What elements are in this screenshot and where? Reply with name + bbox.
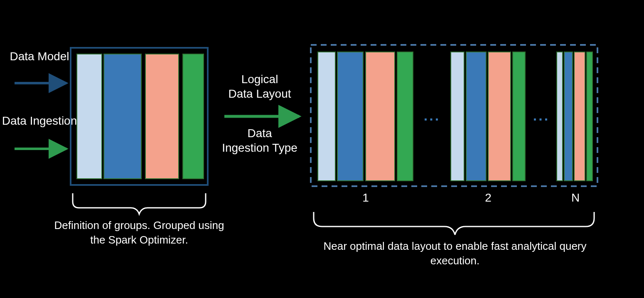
svg-rect-2 xyxy=(337,52,363,181)
data-model-box xyxy=(71,48,208,185)
ellipsis-2: ... xyxy=(533,108,550,123)
diagram-root: Data Model Data Ingestion Definition of … xyxy=(0,0,644,298)
bar-salmon xyxy=(145,54,179,179)
data-model-label: Data Model xyxy=(10,50,69,63)
group-1-number: 1 xyxy=(362,191,369,204)
svg-rect-10 xyxy=(564,52,573,181)
svg-rect-6 xyxy=(466,52,486,181)
svg-rect-5 xyxy=(451,52,464,181)
data-ingestion-label: Data Ingestion xyxy=(2,114,77,127)
group-n xyxy=(557,52,592,181)
svg-rect-1 xyxy=(318,52,335,181)
svg-rect-9 xyxy=(557,52,563,181)
group-2 xyxy=(451,52,525,181)
svg-rect-11 xyxy=(574,52,585,181)
bar-lightblue xyxy=(77,54,102,179)
svg-rect-4 xyxy=(397,52,413,181)
ellipsis-1: ... xyxy=(424,108,440,123)
group-2-number: 2 xyxy=(485,191,492,204)
ingestion-type-label-line1: Data xyxy=(247,127,272,140)
model-bracket-icon xyxy=(73,193,206,214)
layout-bracket-text: Near optimal data layout to enable fast … xyxy=(316,239,594,268)
group-n-number: N xyxy=(571,191,580,204)
model-bracket-text-container: Definition of groups. Grouped using the … xyxy=(50,218,229,268)
model-bracket-text: Definition of groups. Grouped using the … xyxy=(50,218,229,247)
logical-layout-label-line1: Logical xyxy=(241,73,278,86)
svg-rect-8 xyxy=(513,52,525,181)
layout-bracket-icon xyxy=(314,212,594,235)
svg-rect-3 xyxy=(366,52,395,181)
logical-layout-label-line2: Data Layout xyxy=(229,87,291,100)
bar-blue xyxy=(104,54,141,179)
bar-green xyxy=(183,54,204,179)
layout-bracket-text-container: Near optimal data layout to enable fast … xyxy=(316,239,594,285)
group-1 xyxy=(318,52,413,181)
svg-rect-12 xyxy=(587,52,592,181)
ingestion-type-label-line2: Ingestion Type xyxy=(222,141,297,154)
svg-rect-7 xyxy=(488,52,511,181)
